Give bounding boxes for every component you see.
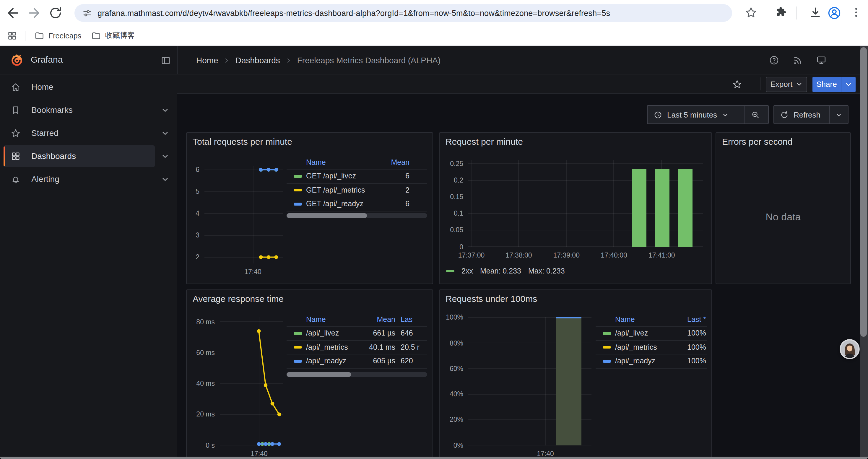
series-mean: 6: [374, 200, 427, 208]
scrollbar-thumb[interactable]: [286, 372, 351, 377]
grafana-logo[interactable]: [10, 53, 24, 67]
bookmark-folder-blogs[interactable]: 收藏博客: [91, 26, 135, 45]
time-range-picker[interactable]: Last 5 minutes: [648, 106, 745, 124]
chevron-down-icon: [836, 111, 842, 118]
back-icon[interactable]: [6, 6, 20, 20]
legend-row[interactable]: /api/_metrics 40.1 ms 20.5 r: [286, 340, 427, 355]
panel-requests-under-100ms: Requests under 100ms 100%80%60%40%20%0%1…: [439, 290, 712, 459]
col-header-mean[interactable]: Mean: [374, 158, 427, 166]
series-mean: 2: [374, 186, 427, 194]
breadcrumb-current[interactable]: Freeleaps Metrics Dashboard (ALPHA): [297, 56, 441, 65]
series-last: 646: [395, 329, 427, 338]
brand-name[interactable]: Grafana: [31, 54, 63, 64]
legend[interactable]: 2xx Mean: 0.233 Max: 0.233: [446, 267, 565, 275]
legend-header-row: Name Last *: [596, 313, 707, 327]
breadcrumb-separator-icon: [285, 57, 292, 64]
sidebar-item-home[interactable]: Home: [0, 76, 177, 99]
scrollbar-thumb[interactable]: [286, 213, 367, 218]
site-settings-icon[interactable]: [82, 8, 92, 18]
sidebar-item-bookmarks[interactable]: Bookmarks: [0, 99, 177, 122]
chevron-down-icon[interactable]: [161, 129, 169, 137]
profile-icon[interactable]: [827, 6, 841, 20]
share-menu-button[interactable]: [841, 76, 856, 92]
news-rss-icon[interactable]: [793, 55, 803, 66]
refresh-interval-button[interactable]: [830, 106, 848, 124]
dashboards-grid-icon: [11, 151, 21, 161]
legend-row[interactable]: GET /api/_livez 6: [286, 169, 427, 184]
bookmark-label: Freeleaps: [49, 32, 81, 40]
sidebar-item-dashboards[interactable]: Dashboards: [0, 145, 177, 168]
star-icon: [11, 128, 21, 138]
sidebar-item-alerting[interactable]: Alerting: [0, 168, 177, 191]
y-tick-label: 80 ms: [186, 318, 215, 326]
legend-row[interactable]: /api/_readyz 605 µs 620: [286, 355, 427, 368]
col-header-name[interactable]: Name: [615, 315, 671, 323]
extensions-icon[interactable]: [775, 6, 789, 20]
x-tick-label: 17:39:00: [541, 251, 591, 259]
export-button[interactable]: Export: [766, 76, 807, 92]
apps-grid-icon[interactable]: [7, 31, 17, 41]
x-tick-label: 17:38:00: [494, 251, 544, 259]
breadcrumb-separator-icon: [224, 57, 230, 64]
legend-row[interactable]: /api/_readyz 100%: [596, 355, 707, 368]
series-swatch: [603, 346, 611, 349]
grafana-topnav: Grafana Home Dashboards Freeleaps Metric…: [0, 46, 868, 74]
series-mean: Mean: 0.233: [480, 267, 521, 275]
share-button[interactable]: Share: [812, 76, 841, 92]
col-header-mean[interactable]: Mean: [348, 315, 395, 323]
sidebar-item-label: Bookmarks: [31, 105, 73, 114]
chevron-down-icon[interactable]: [161, 175, 169, 183]
forward-icon[interactable]: [27, 6, 41, 20]
kiosk-monitor-icon[interactable]: [816, 55, 827, 66]
y-tick-label: 3: [186, 231, 199, 239]
toolbar-divider: [760, 77, 761, 90]
bookmark-folder-freeleaps[interactable]: Freeleaps: [34, 26, 81, 45]
zoom-out-button[interactable]: [745, 106, 766, 124]
url-text[interactable]: grafana.mathmast.com/d/deytv4rwavabkb/fr…: [97, 8, 610, 18]
col-header-name[interactable]: Name: [306, 158, 374, 166]
series-last: 100%: [671, 343, 707, 352]
chevron-down-icon[interactable]: [161, 106, 169, 114]
sidebar-item-starred[interactable]: Starred: [0, 122, 177, 145]
address-bar[interactable]: grafana.mathmast.com/d/deytv4rwavabkb/fr…: [74, 4, 732, 22]
breadcrumb-dashboards[interactable]: Dashboards: [236, 56, 280, 65]
x-tick-label: 17:40:00: [589, 251, 639, 259]
sidebar-toggle-icon[interactable]: [161, 56, 171, 66]
floating-avatar[interactable]: [840, 339, 860, 359]
panel-title[interactable]: Errors per second: [722, 136, 793, 146]
breadcrumb-home[interactable]: Home: [196, 56, 218, 65]
folder-icon: [91, 31, 101, 41]
col-header-last[interactable]: Las: [395, 315, 427, 323]
legend-row[interactable]: /api/_livez 661 µs 646: [286, 327, 427, 340]
legend-scrollbar[interactable]: [286, 213, 427, 218]
download-icon[interactable]: [809, 6, 823, 20]
help-icon[interactable]: [769, 55, 779, 66]
clock-icon: [653, 110, 662, 119]
series-mean: 605 µs: [348, 357, 395, 365]
legend-scrollbar[interactable]: [286, 372, 427, 377]
series-swatch: [294, 175, 302, 177]
legend-row[interactable]: GET /api/_metrics 2: [286, 184, 427, 197]
series-name: /api/_livez: [306, 329, 348, 338]
col-header-last[interactable]: Last *: [671, 315, 707, 323]
chevron-down-icon: [796, 81, 803, 88]
y-tick-label: 0.2: [439, 176, 463, 184]
col-header-name[interactable]: Name: [306, 315, 348, 323]
series-swatch: [294, 203, 302, 205]
chevron-down-icon[interactable]: [161, 153, 169, 160]
chart-series: [219, 317, 283, 445]
reload-icon[interactable]: [49, 6, 63, 20]
legend-row[interactable]: /api/_metrics 100%: [596, 340, 707, 355]
legend-row[interactable]: GET /api/_readyz 6: [286, 197, 427, 211]
refresh-button[interactable]: Refresh: [774, 106, 829, 124]
legend-row[interactable]: /api/_livez 100%: [596, 327, 707, 340]
toolbar-divider: [796, 6, 797, 20]
favorite-star-icon[interactable]: [732, 79, 742, 89]
chart-series: [204, 166, 283, 263]
browser-menu-icon[interactable]: [850, 6, 864, 20]
bookmark-star-icon[interactable]: [745, 6, 759, 20]
series-last: 620: [395, 357, 427, 365]
chart-series: [468, 318, 591, 446]
page-scrollbar[interactable]: [860, 46, 868, 456]
scrollbar-thumb[interactable]: [861, 47, 867, 337]
